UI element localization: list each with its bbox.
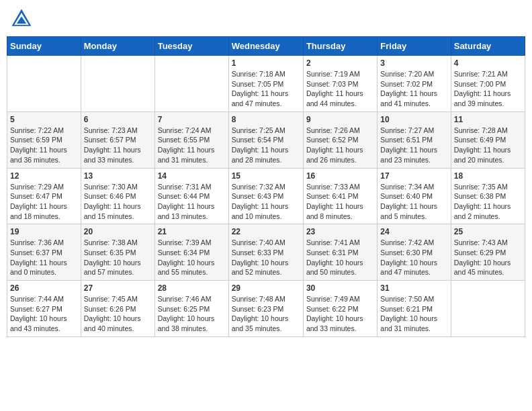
calendar-cell: 1Sunrise: 7:18 AM Sunset: 7:05 PM Daylig… [228,56,303,112]
day-number: 7 [158,115,226,124]
day-info: Sunrise: 7:23 AM Sunset: 6:57 PM Dayligh… [84,126,152,165]
day-header-tuesday: Tuesday [154,37,228,56]
calendar-cell: 24Sunrise: 7:42 AM Sunset: 6:30 PM Dayli… [378,224,451,281]
day-info: Sunrise: 7:22 AM Sunset: 6:59 PM Dayligh… [10,126,78,165]
calendar-cell: 5Sunrise: 7:22 AM Sunset: 6:59 PM Daylig… [7,111,81,168]
day-number: 3 [380,58,447,68]
calendar-cell: 19Sunrise: 7:36 AM Sunset: 6:37 PM Dayli… [7,224,81,281]
day-info: Sunrise: 7:36 AM Sunset: 6:37 PM Dayligh… [10,238,78,277]
day-number: 17 [380,171,447,181]
calendar-cell [7,56,81,112]
day-number: 31 [380,283,447,293]
day-info: Sunrise: 7:20 AM Sunset: 7:02 PM Dayligh… [380,69,447,109]
calendar-cell: 11Sunrise: 7:28 AM Sunset: 6:49 PM Dayli… [451,111,525,168]
calendar-cell: 13Sunrise: 7:30 AM Sunset: 6:46 PM Dayli… [81,168,154,224]
calendar-cell: 25Sunrise: 7:43 AM Sunset: 6:29 PM Dayli… [451,224,525,281]
day-number: 29 [232,283,300,293]
calendar-week-row: 12Sunrise: 7:29 AM Sunset: 6:47 PM Dayli… [7,168,525,224]
calendar-cell: 9Sunrise: 7:26 AM Sunset: 6:52 PM Daylig… [303,111,377,168]
calendar-cell: 12Sunrise: 7:29 AM Sunset: 6:47 PM Dayli… [7,168,81,224]
day-number: 5 [10,115,78,124]
day-info: Sunrise: 7:18 AM Sunset: 7:05 PM Dayligh… [232,69,300,109]
calendar-cell: 27Sunrise: 7:45 AM Sunset: 6:26 PM Dayli… [81,281,154,337]
day-info: Sunrise: 7:40 AM Sunset: 6:33 PM Dayligh… [232,238,300,277]
day-info: Sunrise: 7:27 AM Sunset: 6:51 PM Dayligh… [380,126,447,165]
day-number: 26 [10,283,78,293]
calendar-cell: 16Sunrise: 7:33 AM Sunset: 6:41 PM Dayli… [303,168,377,224]
day-info: Sunrise: 7:30 AM Sunset: 6:46 PM Dayligh… [84,182,152,222]
day-number: 27 [84,283,152,293]
day-header-friday: Friday [378,37,451,56]
calendar-cell: 18Sunrise: 7:35 AM Sunset: 6:38 PM Dayli… [451,168,525,224]
calendar-cell: 20Sunrise: 7:38 AM Sunset: 6:35 PM Dayli… [81,224,154,281]
day-number: 15 [232,171,300,181]
calendar-cell: 14Sunrise: 7:31 AM Sunset: 6:44 PM Dayli… [154,168,228,224]
calendar-cell: 29Sunrise: 7:48 AM Sunset: 6:23 PM Dayli… [228,281,303,337]
day-number: 9 [306,115,374,124]
day-number: 13 [84,171,152,181]
day-info: Sunrise: 7:49 AM Sunset: 6:22 PM Dayligh… [306,294,374,334]
calendar-cell: 28Sunrise: 7:46 AM Sunset: 6:25 PM Dayli… [154,281,228,337]
day-info: Sunrise: 7:31 AM Sunset: 6:44 PM Dayligh… [158,182,226,222]
day-header-monday: Monday [81,37,154,56]
day-info: Sunrise: 7:34 AM Sunset: 6:40 PM Dayligh… [380,182,447,222]
calendar-week-row: 5Sunrise: 7:22 AM Sunset: 6:59 PM Daylig… [7,111,525,168]
day-number: 22 [232,227,300,236]
calendar-cell: 3Sunrise: 7:20 AM Sunset: 7:02 PM Daylig… [378,56,451,112]
day-number: 12 [10,171,78,181]
day-info: Sunrise: 7:38 AM Sunset: 6:35 PM Dayligh… [84,238,152,277]
calendar-cell: 31Sunrise: 7:50 AM Sunset: 6:21 PM Dayli… [378,281,451,337]
calendar-table: SundayMondayTuesdayWednesdayThursdayFrid… [7,36,525,337]
day-info: Sunrise: 7:44 AM Sunset: 6:27 PM Dayligh… [10,294,78,334]
day-header-wednesday: Wednesday [228,37,303,56]
calendar-cell: 21Sunrise: 7:39 AM Sunset: 6:34 PM Dayli… [154,224,228,281]
day-number: 18 [454,171,522,181]
day-number: 30 [306,283,374,293]
calendar-cell: 10Sunrise: 7:27 AM Sunset: 6:51 PM Dayli… [378,111,451,168]
day-info: Sunrise: 7:32 AM Sunset: 6:43 PM Dayligh… [232,182,300,222]
day-number: 28 [158,283,226,293]
day-info: Sunrise: 7:46 AM Sunset: 6:25 PM Dayligh… [158,294,226,334]
calendar-week-row: 1Sunrise: 7:18 AM Sunset: 7:05 PM Daylig… [7,56,525,112]
day-number: 1 [232,58,300,68]
calendar-cell: 4Sunrise: 7:21 AM Sunset: 7:00 PM Daylig… [451,56,525,112]
page-header [7,7,525,31]
calendar-cell: 8Sunrise: 7:25 AM Sunset: 6:54 PM Daylig… [228,111,303,168]
day-info: Sunrise: 7:26 AM Sunset: 6:52 PM Dayligh… [306,126,374,165]
logo-icon [9,7,34,31]
calendar-cell: 17Sunrise: 7:34 AM Sunset: 6:40 PM Dayli… [378,168,451,224]
day-number: 19 [10,227,78,236]
calendar-cell [451,281,525,337]
day-header-sunday: Sunday [7,37,81,56]
day-info: Sunrise: 7:50 AM Sunset: 6:21 PM Dayligh… [380,294,447,334]
day-header-saturday: Saturday [451,37,525,56]
day-info: Sunrise: 7:19 AM Sunset: 7:03 PM Dayligh… [306,69,374,109]
calendar-week-row: 19Sunrise: 7:36 AM Sunset: 6:37 PM Dayli… [7,224,525,281]
day-number: 23 [306,227,374,236]
day-number: 11 [454,115,522,124]
day-number: 14 [158,171,226,181]
day-info: Sunrise: 7:24 AM Sunset: 6:55 PM Dayligh… [158,126,226,165]
calendar-cell: 22Sunrise: 7:40 AM Sunset: 6:33 PM Dayli… [228,224,303,281]
day-number: 6 [84,115,152,124]
day-number: 2 [306,58,374,68]
day-info: Sunrise: 7:25 AM Sunset: 6:54 PM Dayligh… [232,126,300,165]
day-info: Sunrise: 7:41 AM Sunset: 6:31 PM Dayligh… [306,238,374,277]
day-info: Sunrise: 7:35 AM Sunset: 6:38 PM Dayligh… [454,182,522,222]
day-header-thursday: Thursday [303,37,377,56]
day-info: Sunrise: 7:45 AM Sunset: 6:26 PM Dayligh… [84,294,152,334]
calendar-cell: 15Sunrise: 7:32 AM Sunset: 6:43 PM Dayli… [228,168,303,224]
day-info: Sunrise: 7:43 AM Sunset: 6:29 PM Dayligh… [454,238,522,277]
day-number: 16 [306,171,374,181]
day-info: Sunrise: 7:42 AM Sunset: 6:30 PM Dayligh… [380,238,447,277]
calendar-cell: 7Sunrise: 7:24 AM Sunset: 6:55 PM Daylig… [154,111,228,168]
calendar-cell: 23Sunrise: 7:41 AM Sunset: 6:31 PM Dayli… [303,224,377,281]
day-number: 24 [380,227,447,236]
calendar-cell [81,56,154,112]
day-info: Sunrise: 7:39 AM Sunset: 6:34 PM Dayligh… [158,238,226,277]
calendar-cell: 6Sunrise: 7:23 AM Sunset: 6:57 PM Daylig… [81,111,154,168]
day-number: 20 [84,227,152,236]
day-number: 8 [232,115,300,124]
day-info: Sunrise: 7:29 AM Sunset: 6:47 PM Dayligh… [10,182,78,222]
day-number: 25 [454,227,522,236]
